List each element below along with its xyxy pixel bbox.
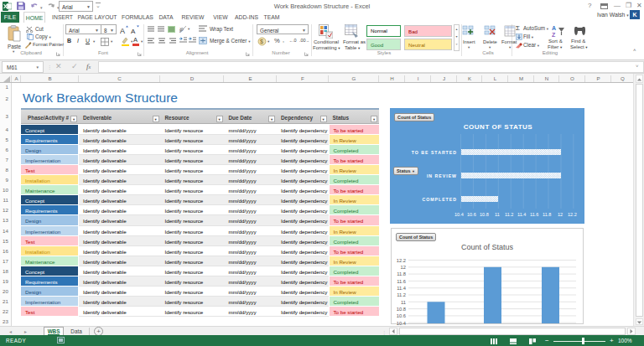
svg-text:Z: Z <box>552 32 556 38</box>
svg-text:A: A <box>120 27 125 35</box>
svg-text:A: A <box>552 25 556 31</box>
svg-text:A: A <box>131 28 136 35</box>
svg-text:$: $ <box>260 39 263 44</box>
